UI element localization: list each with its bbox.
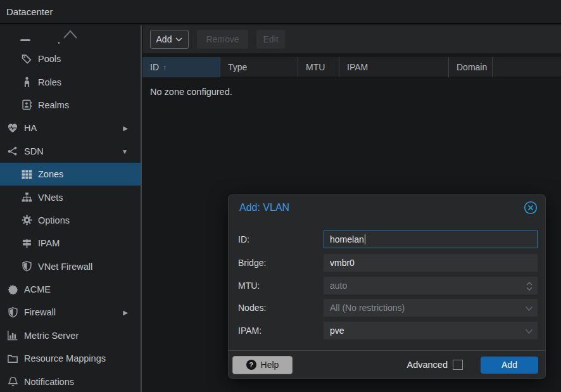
sidebar-item-notifications[interactable]: Notifications <box>0 370 141 392</box>
proxmox-datacenter-page: Datacenter Pools Roles <box>0 0 561 392</box>
heartbeat-icon <box>6 123 19 134</box>
column-header-mtu[interactable]: MTU <box>298 57 339 77</box>
mtu-placeholder: auto <box>330 281 347 291</box>
sidebar-item-label: Realms <box>38 100 69 110</box>
mtu-spinner[interactable]: auto <box>324 277 538 294</box>
ipam-select[interactable]: pve <box>324 322 538 339</box>
remove-button-label: Remove <box>206 34 239 44</box>
chevron-right-icon[interactable]: ▶ <box>123 125 128 132</box>
ipam-select-value: pve <box>330 326 344 336</box>
tags-icon <box>20 54 33 65</box>
top-bar: Datacenter <box>0 0 561 24</box>
dialog-footer: ? Help Advanced Add <box>229 350 545 379</box>
sidebar-item-label: Resource Mappings <box>24 353 106 364</box>
bridge-input-value: vmbr0 <box>330 258 355 268</box>
close-icon[interactable] <box>524 201 538 215</box>
sidebar-item-label: ACME <box>24 284 51 294</box>
id-input-value: homelan <box>330 234 364 244</box>
chevron-up-icon <box>62 29 79 39</box>
sidebar-item-realms[interactable]: Realms <box>0 94 141 117</box>
text-cursor <box>365 234 366 244</box>
address-book-icon <box>20 99 33 110</box>
spinner-up-down-icon[interactable] <box>526 277 533 295</box>
sidebar-item-vnet-firewall[interactable]: VNet Firewall <box>0 255 141 278</box>
field-row-nodes: Nodes: All (No restrictions) <box>229 299 546 317</box>
bell-icon <box>6 376 19 387</box>
footer-right-group: Advanced Add <box>407 357 539 374</box>
folder-icon <box>6 353 19 364</box>
sidebar-item-ha[interactable]: HA ▶ <box>0 117 141 139</box>
id-input[interactable]: homelan <box>324 231 538 248</box>
sidebar-item-label: VNets <box>38 193 63 203</box>
nodes-placeholder: All (No restrictions) <box>330 303 405 313</box>
shield-icon <box>20 261 33 272</box>
column-label: Type <box>228 62 247 72</box>
sidebar-item-label: Zones <box>38 169 63 179</box>
sidebar-item-vnets[interactable]: VNets <box>0 186 141 208</box>
sidebar-scroll-up-indicator[interactable] <box>0 28 141 47</box>
sidebar-item-label: Pools <box>38 54 61 64</box>
sidebar-item-options[interactable]: Options <box>0 209 141 232</box>
column-label: ID <box>150 62 159 72</box>
certificate-icon <box>6 284 19 295</box>
field-row-bridge: Bridge: vmbr0 <box>229 254 546 272</box>
sidebar-item-label: Metric Server <box>24 331 79 341</box>
chevron-down-icon <box>175 37 182 42</box>
chevron-right-icon[interactable]: ▶ <box>123 309 128 316</box>
nodes-select[interactable]: All (No restrictions) <box>324 299 538 317</box>
advanced-checkbox[interactable] <box>453 360 463 370</box>
share-nodes-icon <box>6 146 19 156</box>
field-row-id: ID: homelan <box>229 231 546 248</box>
gear-icon <box>20 215 33 225</box>
column-header-ipam[interactable]: IPAM <box>339 57 449 77</box>
submit-add-button[interactable]: Add <box>481 357 538 374</box>
map-signs-icon <box>20 238 33 249</box>
sidebar-item-label: SDN <box>24 146 44 156</box>
id-field-label: ID: <box>238 231 249 248</box>
help-button-label: Help <box>261 360 279 370</box>
sidebar-item-firewall[interactable]: Firewall ▶ <box>0 301 141 324</box>
remove-button[interactable]: Remove <box>197 30 248 49</box>
sidebar-item-metric-server[interactable]: Metric Server <box>0 324 141 347</box>
grid-icon <box>20 169 33 180</box>
help-button[interactable]: ? Help <box>232 356 293 374</box>
sidebar-item-label: Roles <box>38 77 61 87</box>
add-button-label: Add <box>156 34 172 44</box>
column-header-id[interactable]: ID ↑ <box>142 57 220 77</box>
column-header-domain[interactable]: Domain <box>449 57 493 77</box>
sidebar-item-zones[interactable]: Zones <box>0 163 141 186</box>
sidebar-item-acme[interactable]: ACME <box>0 278 141 301</box>
partial-item-icon <box>20 39 30 41</box>
bridge-input[interactable]: vmbr0 <box>324 254 538 272</box>
sidebar-item-label: VNet Firewall <box>38 262 92 272</box>
sidebar-item-roles[interactable]: Roles <box>0 70 141 93</box>
sidebar-item-label: Notifications <box>24 377 74 387</box>
field-row-ipam: IPAM: pve <box>229 322 546 339</box>
chevron-down-icon[interactable] <box>525 300 533 317</box>
page-title: Datacenter <box>6 6 53 17</box>
sitemap-icon <box>20 192 33 203</box>
empty-table-message: No zone configured. <box>150 87 232 97</box>
sidebar-item-resource-mappings[interactable]: Resource Mappings <box>0 347 141 370</box>
advanced-label: Advanced <box>407 360 448 370</box>
submit-add-label: Add <box>501 360 517 370</box>
field-row-mtu: MTU: auto <box>229 277 546 294</box>
mtu-field-label: MTU: <box>238 277 260 294</box>
column-header-type[interactable]: Type <box>220 57 298 77</box>
sidebar-item-pools[interactable]: Pools <box>0 47 141 70</box>
chevron-down-icon[interactable] <box>525 322 533 340</box>
column-label: IPAM <box>347 62 368 72</box>
ipam-field-label: IPAM: <box>238 322 262 339</box>
add-button[interactable]: Add <box>150 30 189 49</box>
sort-ascending-icon: ↑ <box>163 63 167 72</box>
zones-toolbar: Add Remove Edit <box>143 25 561 53</box>
bar-chart-icon <box>6 330 19 341</box>
shield-icon <box>6 307 19 318</box>
chevron-down-icon[interactable]: ▼ <box>122 148 128 155</box>
column-label: Domain <box>457 62 487 72</box>
sidebar-item-ipam[interactable]: IPAM <box>0 232 141 255</box>
nodes-field-label: Nodes: <box>238 299 266 317</box>
sidebar-item-sdn[interactable]: SDN ▼ <box>0 140 141 163</box>
edit-button[interactable]: Edit <box>256 30 285 49</box>
column-label: MTU <box>306 62 325 72</box>
